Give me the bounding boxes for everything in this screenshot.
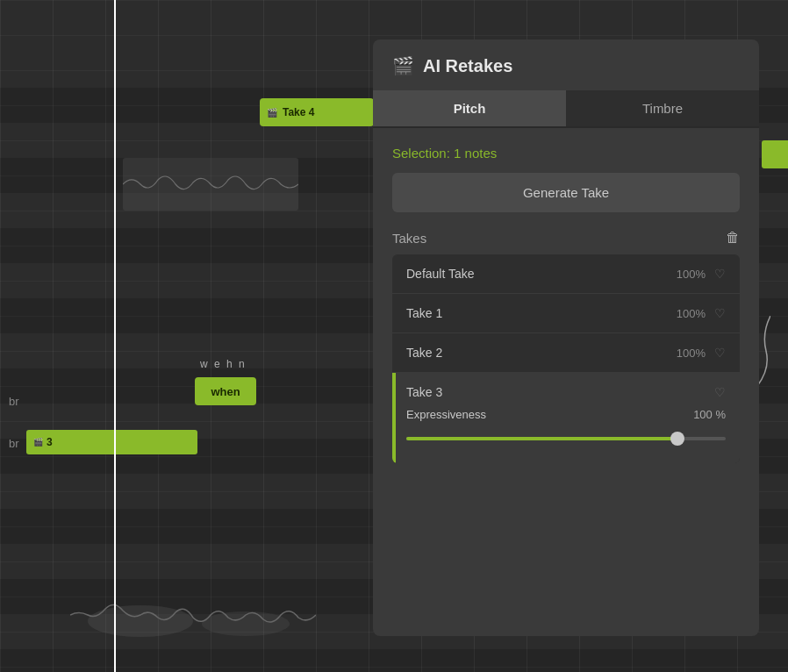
expr-slider-fill xyxy=(406,437,677,440)
when-label: when xyxy=(211,385,240,398)
br-label-1: br xyxy=(9,395,19,408)
panel-clapper-icon: 🎬 xyxy=(392,55,414,76)
br-number: 3 xyxy=(47,436,53,448)
take4-label: Take 4 xyxy=(283,106,314,118)
expr-slider-thumb[interactable] xyxy=(670,432,684,446)
br-clapper-icon: 🎬 xyxy=(33,438,43,447)
when-note-block[interactable]: when xyxy=(195,377,256,405)
bottom-waveform xyxy=(70,584,316,646)
br-track[interactable]: 🎬 3 xyxy=(26,430,197,454)
right-partial-block xyxy=(762,140,788,168)
take-right-2: 100% ♡ xyxy=(677,346,726,360)
phoneme-text: w e h n xyxy=(200,358,247,370)
svg-point-0 xyxy=(88,605,193,637)
take-item-2[interactable]: Take 2 100% ♡ xyxy=(392,333,740,373)
expr-label: Expressiveness xyxy=(406,408,486,421)
ai-retakes-panel: 🎬 AI Retakes Pitch Timbre Selection: 1 n… xyxy=(373,39,759,636)
take-item-default[interactable]: Default Take 100% ♡ xyxy=(392,254,740,294)
take4-clapper-icon: 🎬 xyxy=(267,108,277,118)
tab-timbre[interactable]: Timbre xyxy=(566,90,759,126)
takes-label: Takes xyxy=(392,231,426,246)
heart-icon-3[interactable]: ♡ xyxy=(714,385,726,399)
expr-value: 100 % xyxy=(693,408,726,421)
expr-label-row: Expressiveness 100 % xyxy=(406,408,726,421)
selection-info: Selection: 1 notes xyxy=(373,128,759,173)
take-percent-default: 100% xyxy=(677,268,706,281)
svg-point-1 xyxy=(202,611,290,636)
take-percent-1: 100% xyxy=(677,307,706,320)
heart-icon-1[interactable]: ♡ xyxy=(714,306,726,320)
takes-header: Takes 🗑 xyxy=(373,230,759,254)
tab-pitch[interactable]: Pitch xyxy=(373,90,566,126)
cursor-line xyxy=(114,0,116,672)
heart-icon-default[interactable]: ♡ xyxy=(714,267,726,281)
takes-list: Default Take 100% ♡ Take 1 100% ♡ Take 2… xyxy=(392,254,740,463)
br-label-2: br xyxy=(9,437,19,450)
take-item-1[interactable]: Take 1 100% ♡ xyxy=(392,294,740,333)
panel-header: 🎬 AI Retakes xyxy=(373,39,759,90)
generate-take-button[interactable]: Generate Take xyxy=(392,173,740,212)
trash-icon[interactable]: 🗑 xyxy=(726,230,740,246)
panel-title: AI Retakes xyxy=(423,56,512,76)
expressiveness-section: Expressiveness 100 % xyxy=(406,399,726,451)
take-percent-2: 100% xyxy=(677,347,706,360)
take-name-1: Take 1 xyxy=(406,306,442,320)
expr-slider-track xyxy=(406,437,726,440)
tabs-row: Pitch Timbre xyxy=(373,90,759,128)
heart-icon-2[interactable]: ♡ xyxy=(714,346,726,360)
take-name-3: Take 3 xyxy=(406,385,442,399)
take-item-3[interactable]: Take 3 ♡ Expressiveness 100 % xyxy=(392,373,740,463)
take-right-default: 100% ♡ xyxy=(677,267,726,281)
expr-slider-container[interactable] xyxy=(406,430,726,447)
take-name-2: Take 2 xyxy=(406,346,442,360)
take-name-default: Default Take xyxy=(406,267,475,281)
take4-note-block[interactable]: 🎬 Take 4 xyxy=(260,98,374,126)
waveform-region xyxy=(123,158,298,211)
take-right-1: 100% ♡ xyxy=(677,306,726,320)
waveform-svg xyxy=(123,158,298,211)
row-band xyxy=(0,649,788,672)
